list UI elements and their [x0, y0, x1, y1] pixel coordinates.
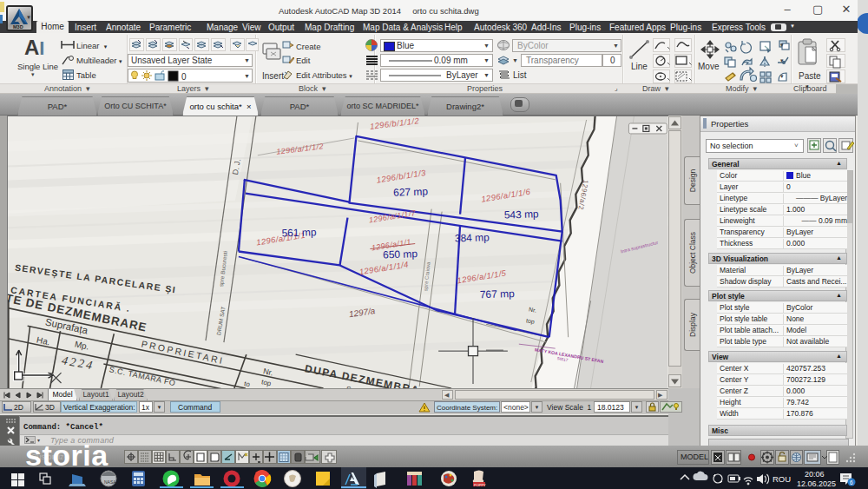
svg-text:767 mp: 767 mp [480, 287, 516, 301]
svg-text:6: 6 [850, 479, 853, 486]
svg-text:NASA: NASA [104, 479, 116, 485]
svg-text:POPPY: POPPY [474, 483, 486, 487]
svg-text:12.06.2025: 12.06.2025 [797, 479, 836, 488]
svg-text:561 mp: 561 mp [281, 226, 317, 239]
svg-text:650 mp: 650 mp [383, 248, 418, 261]
svg-text:384 mp: 384 mp [455, 231, 490, 244]
svg-text:543 mp: 543 mp [504, 208, 540, 221]
svg-text:M3D: M3D [13, 24, 23, 30]
svg-text:627 mp: 627 mp [393, 185, 429, 198]
svg-text:ROU: ROU [773, 474, 791, 484]
svg-text:20:06: 20:06 [805, 470, 825, 479]
